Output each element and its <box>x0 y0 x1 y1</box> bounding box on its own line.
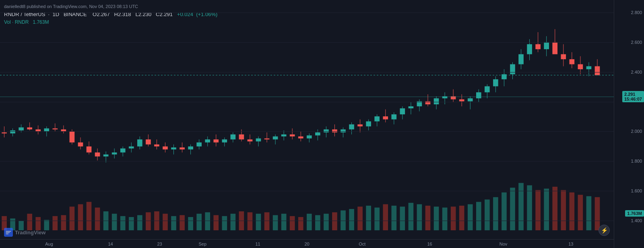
price-label-3: 2.400 <box>631 70 642 74</box>
grid-line-8 <box>0 221 614 221</box>
price-label-5: 1.800 <box>631 159 642 163</box>
grid-line-6 <box>0 161 614 161</box>
time-11: 11 <box>255 242 260 246</box>
price-axis: 2.800 2.600 2.400 2.000 1.800 1.600 1.40… <box>614 0 644 248</box>
candlestick-canvas <box>0 0 614 239</box>
price-label-2: 2.600 <box>631 40 642 45</box>
tv-logo-text: TradingView <box>15 229 45 236</box>
time-sep: Sep <box>198 242 206 246</box>
time-aug: Aug <box>45 242 53 246</box>
tradingview-logo: TradingView <box>4 228 45 237</box>
grid-line-3 <box>0 72 614 72</box>
time-14: 14 <box>108 242 113 246</box>
current-price-line <box>0 97 614 97</box>
volume-badge: 1.763M <box>625 210 644 217</box>
grid-line-1 <box>0 12 614 13</box>
time-13: 13 <box>568 242 573 246</box>
chart-area <box>0 0 614 239</box>
time-16: 16 <box>427 242 432 246</box>
chart-container: danielledt8 published on TradingView.com… <box>0 0 644 248</box>
time-20: 20 <box>304 242 309 246</box>
time-nov: Nov <box>500 242 508 246</box>
price-label-1: 2.800 <box>631 10 642 15</box>
time-23: 23 <box>157 242 162 246</box>
grid-line-2 <box>0 42 614 43</box>
time-axis: Aug 14 23 Sep 11 20 Oct 16 Nov 13 <box>0 239 614 248</box>
tv-logo-icon <box>4 228 13 237</box>
grid-line-4 <box>0 102 614 102</box>
time-oct: Oct <box>359 242 365 246</box>
grid-line-7 <box>0 191 614 191</box>
grid-line-5 <box>0 131 614 132</box>
price-label-6: 1.600 <box>631 188 642 193</box>
lightning-badge[interactable]: ⚡ <box>599 225 610 236</box>
price-label-7: 1.400 <box>631 218 642 223</box>
current-price-badge: 2.291 15:46:07 <box>622 91 644 102</box>
price-label-4: 2.000 <box>631 129 642 134</box>
